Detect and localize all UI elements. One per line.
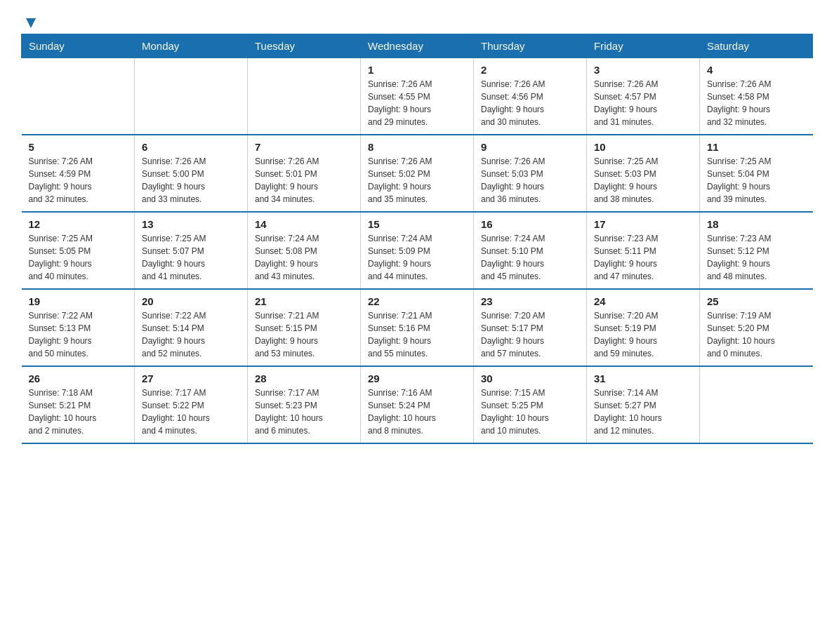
weekday-header-sunday: Sunday (22, 34, 135, 58)
day-number: 24 (594, 295, 692, 307)
calendar-cell: 5Sunrise: 7:26 AM Sunset: 4:59 PM Daylig… (22, 135, 135, 212)
day-number: 26 (29, 373, 128, 384)
day-number: 10 (594, 141, 692, 153)
calendar-cell: 16Sunrise: 7:24 AM Sunset: 5:10 PM Dayli… (474, 212, 587, 289)
day-info: Sunrise: 7:26 AM Sunset: 5:00 PM Dayligh… (142, 155, 240, 206)
day-number: 29 (368, 373, 466, 384)
day-info: Sunrise: 7:17 AM Sunset: 5:22 PM Dayligh… (142, 387, 240, 437)
day-info: Sunrise: 7:22 AM Sunset: 5:14 PM Dayligh… (142, 309, 240, 360)
day-info: Sunrise: 7:17 AM Sunset: 5:23 PM Dayligh… (255, 387, 353, 437)
day-info: Sunrise: 7:25 AM Sunset: 5:05 PM Dayligh… (29, 232, 128, 283)
calendar-cell: 2Sunrise: 7:26 AM Sunset: 4:56 PM Daylig… (474, 58, 587, 135)
day-info: Sunrise: 7:26 AM Sunset: 5:03 PM Dayligh… (481, 155, 579, 206)
calendar-cell: 3Sunrise: 7:26 AM Sunset: 4:57 PM Daylig… (587, 58, 700, 135)
calendar-cell: 4Sunrise: 7:26 AM Sunset: 4:58 PM Daylig… (700, 58, 813, 135)
logo (21, 14, 39, 27)
day-info: Sunrise: 7:23 AM Sunset: 5:12 PM Dayligh… (707, 232, 806, 283)
day-number: 23 (481, 295, 579, 307)
day-number: 18 (707, 218, 806, 230)
weekday-header-thursday: Thursday (474, 34, 587, 58)
day-number: 27 (142, 373, 240, 384)
day-info: Sunrise: 7:25 AM Sunset: 5:04 PM Dayligh… (707, 155, 806, 206)
calendar-table: SundayMondayTuesdayWednesdayThursdayFrid… (21, 34, 813, 444)
weekday-header-wednesday: Wednesday (361, 34, 474, 58)
day-number: 9 (481, 141, 579, 153)
day-info: Sunrise: 7:23 AM Sunset: 5:11 PM Dayligh… (594, 232, 692, 283)
day-info: Sunrise: 7:26 AM Sunset: 4:59 PM Dayligh… (29, 155, 128, 206)
calendar-cell: 24Sunrise: 7:20 AM Sunset: 5:19 PM Dayli… (587, 289, 700, 366)
calendar-cell: 31Sunrise: 7:14 AM Sunset: 5:27 PM Dayli… (587, 366, 700, 443)
calendar-cell: 23Sunrise: 7:20 AM Sunset: 5:17 PM Dayli… (474, 289, 587, 366)
calendar-cell: 22Sunrise: 7:21 AM Sunset: 5:16 PM Dayli… (361, 289, 474, 366)
day-info: Sunrise: 7:25 AM Sunset: 5:03 PM Dayligh… (594, 155, 692, 206)
calendar-cell: 17Sunrise: 7:23 AM Sunset: 5:11 PM Dayli… (587, 212, 700, 289)
calendar-week-1: 1Sunrise: 7:26 AM Sunset: 4:55 PM Daylig… (22, 58, 813, 135)
calendar-cell: 19Sunrise: 7:22 AM Sunset: 5:13 PM Dayli… (22, 289, 135, 366)
day-info: Sunrise: 7:24 AM Sunset: 5:09 PM Dayligh… (368, 232, 466, 283)
day-number: 2 (481, 64, 579, 76)
day-number: 22 (368, 295, 466, 307)
day-info: Sunrise: 7:25 AM Sunset: 5:07 PM Dayligh… (142, 232, 240, 283)
day-number: 17 (594, 218, 692, 230)
day-number: 28 (255, 373, 353, 384)
day-info: Sunrise: 7:22 AM Sunset: 5:13 PM Dayligh… (29, 309, 128, 360)
calendar-cell: 10Sunrise: 7:25 AM Sunset: 5:03 PM Dayli… (587, 135, 700, 212)
calendar-cell: 13Sunrise: 7:25 AM Sunset: 5:07 PM Dayli… (135, 212, 248, 289)
day-number: 13 (142, 218, 240, 230)
logo-triangle-icon (23, 15, 39, 31)
day-number: 31 (594, 373, 692, 384)
calendar-cell: 15Sunrise: 7:24 AM Sunset: 5:09 PM Dayli… (361, 212, 474, 289)
calendar-cell: 14Sunrise: 7:24 AM Sunset: 5:08 PM Dayli… (248, 212, 361, 289)
calendar-cell: 27Sunrise: 7:17 AM Sunset: 5:22 PM Dayli… (135, 366, 248, 443)
day-info: Sunrise: 7:26 AM Sunset: 4:58 PM Dayligh… (707, 78, 806, 128)
day-number: 20 (142, 295, 240, 307)
calendar-cell (22, 58, 135, 135)
weekday-header-row: SundayMondayTuesdayWednesdayThursdayFrid… (22, 34, 813, 58)
day-number: 16 (481, 218, 579, 230)
day-info: Sunrise: 7:26 AM Sunset: 4:57 PM Dayligh… (594, 78, 692, 128)
day-info: Sunrise: 7:16 AM Sunset: 5:24 PM Dayligh… (368, 387, 466, 437)
calendar-cell: 11Sunrise: 7:25 AM Sunset: 5:04 PM Dayli… (700, 135, 813, 212)
calendar-cell: 7Sunrise: 7:26 AM Sunset: 5:01 PM Daylig… (248, 135, 361, 212)
day-number: 8 (368, 141, 466, 153)
day-number: 21 (255, 295, 353, 307)
svg-marker-0 (26, 18, 36, 28)
weekday-header-saturday: Saturday (700, 34, 813, 58)
day-info: Sunrise: 7:26 AM Sunset: 4:56 PM Dayligh… (481, 78, 579, 128)
calendar-cell: 1Sunrise: 7:26 AM Sunset: 4:55 PM Daylig… (361, 58, 474, 135)
calendar-week-5: 26Sunrise: 7:18 AM Sunset: 5:21 PM Dayli… (22, 366, 813, 443)
day-info: Sunrise: 7:26 AM Sunset: 5:01 PM Dayligh… (255, 155, 353, 206)
calendar-cell (135, 58, 248, 135)
day-info: Sunrise: 7:21 AM Sunset: 5:15 PM Dayligh… (255, 309, 353, 360)
day-number: 4 (707, 64, 806, 76)
weekday-header-monday: Monday (135, 34, 248, 58)
calendar-cell: 18Sunrise: 7:23 AM Sunset: 5:12 PM Dayli… (700, 212, 813, 289)
calendar-cell: 21Sunrise: 7:21 AM Sunset: 5:15 PM Dayli… (248, 289, 361, 366)
day-number: 30 (481, 373, 579, 384)
day-number: 12 (29, 218, 128, 230)
day-info: Sunrise: 7:18 AM Sunset: 5:21 PM Dayligh… (29, 387, 128, 437)
calendar-week-3: 12Sunrise: 7:25 AM Sunset: 5:05 PM Dayli… (22, 212, 813, 289)
day-info: Sunrise: 7:20 AM Sunset: 5:19 PM Dayligh… (594, 309, 692, 360)
calendar-week-2: 5Sunrise: 7:26 AM Sunset: 4:59 PM Daylig… (22, 135, 813, 212)
day-number: 11 (707, 141, 806, 153)
calendar-cell: 26Sunrise: 7:18 AM Sunset: 5:21 PM Dayli… (22, 366, 135, 443)
day-number: 19 (29, 295, 128, 307)
calendar-cell: 30Sunrise: 7:15 AM Sunset: 5:25 PM Dayli… (474, 366, 587, 443)
day-info: Sunrise: 7:21 AM Sunset: 5:16 PM Dayligh… (368, 309, 466, 360)
calendar-cell (248, 58, 361, 135)
calendar-cell: 25Sunrise: 7:19 AM Sunset: 5:20 PM Dayli… (700, 289, 813, 366)
day-number: 7 (255, 141, 353, 153)
day-info: Sunrise: 7:24 AM Sunset: 5:10 PM Dayligh… (481, 232, 579, 283)
day-number: 15 (368, 218, 466, 230)
weekday-header-friday: Friday (587, 34, 700, 58)
calendar-cell: 9Sunrise: 7:26 AM Sunset: 5:03 PM Daylig… (474, 135, 587, 212)
day-info: Sunrise: 7:20 AM Sunset: 5:17 PM Dayligh… (481, 309, 579, 360)
day-number: 14 (255, 218, 353, 230)
day-info: Sunrise: 7:26 AM Sunset: 4:55 PM Dayligh… (368, 78, 466, 128)
day-info: Sunrise: 7:19 AM Sunset: 5:20 PM Dayligh… (707, 309, 806, 360)
day-info: Sunrise: 7:15 AM Sunset: 5:25 PM Dayligh… (481, 387, 579, 437)
calendar-week-4: 19Sunrise: 7:22 AM Sunset: 5:13 PM Dayli… (22, 289, 813, 366)
day-number: 6 (142, 141, 240, 153)
calendar-cell: 6Sunrise: 7:26 AM Sunset: 5:00 PM Daylig… (135, 135, 248, 212)
